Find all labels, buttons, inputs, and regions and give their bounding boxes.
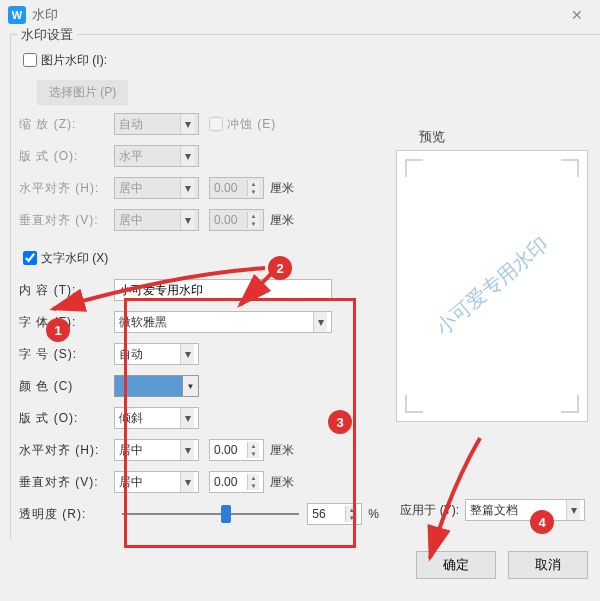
chevron-down-icon: ▾	[180, 178, 194, 198]
scale-combo[interactable]: 自动▾	[114, 113, 199, 135]
slider-thumb[interactable]	[221, 505, 231, 523]
image-layout-combo[interactable]: 水平▾	[114, 145, 199, 167]
size-combo[interactable]: 自动▾	[114, 343, 199, 365]
text-valign-num[interactable]: 0.00▲▼	[209, 471, 264, 493]
opacity-label: 透明度 (R):	[19, 506, 114, 523]
preview-box: 小可爱专用水印	[396, 150, 588, 422]
crop-corner-icon	[405, 395, 423, 413]
washout-label: 冲蚀 (E)	[227, 116, 276, 133]
text-halign-label: 水平对齐 (H):	[19, 442, 114, 459]
font-combo[interactable]: 微软雅黑▾	[114, 311, 332, 333]
washout-checkbox[interactable]	[209, 117, 223, 131]
chevron-down-icon: ▾	[180, 440, 194, 460]
image-valign-combo[interactable]: 居中▾	[114, 209, 199, 231]
text-watermark-label: 文字水印 (X)	[41, 250, 108, 267]
content-label: 内 容 (T):	[19, 282, 114, 299]
preview-label: 预览	[419, 128, 445, 146]
crop-corner-icon	[561, 159, 579, 177]
unit-cm: 厘米	[270, 212, 294, 229]
apply-to-combo[interactable]: 整篇文档▾	[465, 499, 585, 521]
image-watermark-label: 图片水印 (I):	[41, 52, 107, 69]
image-halign-num[interactable]: 0.00▲▼	[209, 177, 264, 199]
preview-watermark-text: 小可爱专用水印	[430, 231, 555, 342]
cancel-button[interactable]: 取消	[508, 551, 588, 579]
crop-corner-icon	[561, 395, 579, 413]
text-valign-combo[interactable]: 居中▾	[114, 471, 199, 493]
size-label: 字 号 (S):	[19, 346, 114, 363]
font-label: 字 体 (F):	[19, 314, 114, 331]
text-layout-combo[interactable]: 倾斜▾	[114, 407, 199, 429]
unit-cm: 厘米	[270, 474, 294, 491]
image-layout-label: 版 式 (O):	[19, 148, 114, 165]
scale-label: 缩 放 (Z):	[19, 116, 114, 133]
content-input[interactable]	[114, 279, 332, 301]
image-valign-num[interactable]: 0.00▲▼	[209, 209, 264, 231]
chevron-down-icon: ▾	[180, 210, 194, 230]
opacity-num[interactable]: 56▲▼	[307, 503, 362, 525]
unit-cm: 厘米	[270, 180, 294, 197]
chevron-down-icon: ▾	[180, 146, 194, 166]
chevron-down-icon: ▾	[180, 472, 194, 492]
text-halign-num[interactable]: 0.00▲▼	[209, 439, 264, 461]
window-title: 水印	[32, 6, 556, 24]
chevron-down-icon: ▾	[180, 408, 194, 428]
app-icon: W	[8, 6, 26, 24]
image-halign-combo[interactable]: 居中▾	[114, 177, 199, 199]
text-watermark-checkbox[interactable]	[23, 251, 37, 265]
image-valign-label: 垂直对齐 (V):	[19, 212, 114, 229]
chevron-down-icon: ▾	[566, 500, 580, 520]
color-picker[interactable]: ▼	[114, 375, 199, 397]
image-halign-label: 水平对齐 (H):	[19, 180, 114, 197]
apply-to-label: 应用于 (Y):	[400, 502, 459, 519]
chevron-down-icon: ▼	[182, 376, 198, 396]
ok-button[interactable]: 确定	[416, 551, 496, 579]
text-valign-label: 垂直对齐 (V):	[19, 474, 114, 491]
text-halign-combo[interactable]: 居中▾	[114, 439, 199, 461]
chevron-down-icon: ▾	[313, 312, 327, 332]
chevron-down-icon: ▾	[180, 114, 194, 134]
text-layout-label: 版 式 (O):	[19, 410, 114, 427]
color-swatch	[115, 376, 182, 396]
group-legend: 水印设置	[17, 26, 77, 44]
crop-corner-icon	[405, 159, 423, 177]
chevron-down-icon: ▾	[180, 344, 194, 364]
close-icon[interactable]: ✕	[562, 5, 592, 25]
opacity-slider[interactable]	[122, 513, 299, 515]
unit-percent: %	[368, 507, 379, 521]
color-label: 颜 色 (C)	[19, 378, 114, 395]
image-watermark-checkbox[interactable]	[23, 53, 37, 67]
dialog-buttons: 确定 取消	[416, 551, 588, 579]
select-picture-button[interactable]: 选择图片 (P)	[37, 80, 128, 105]
titlebar: W 水印 ✕	[0, 0, 600, 30]
apply-to-row: 应用于 (Y): 整篇文档▾	[400, 499, 585, 521]
unit-cm: 厘米	[270, 442, 294, 459]
